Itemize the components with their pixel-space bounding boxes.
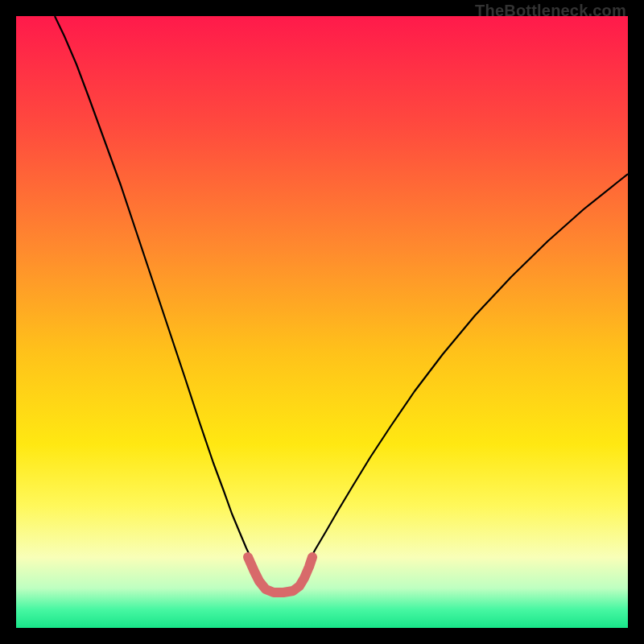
series-right-curve	[308, 174, 628, 564]
series-left-curve	[55, 16, 253, 562]
watermark-text: TheBottleneck.com	[475, 2, 626, 20]
chart-curves	[16, 16, 628, 628]
chart-frame: TheBottleneck.com	[0, 0, 644, 644]
series-valley-highlight	[248, 557, 312, 592]
